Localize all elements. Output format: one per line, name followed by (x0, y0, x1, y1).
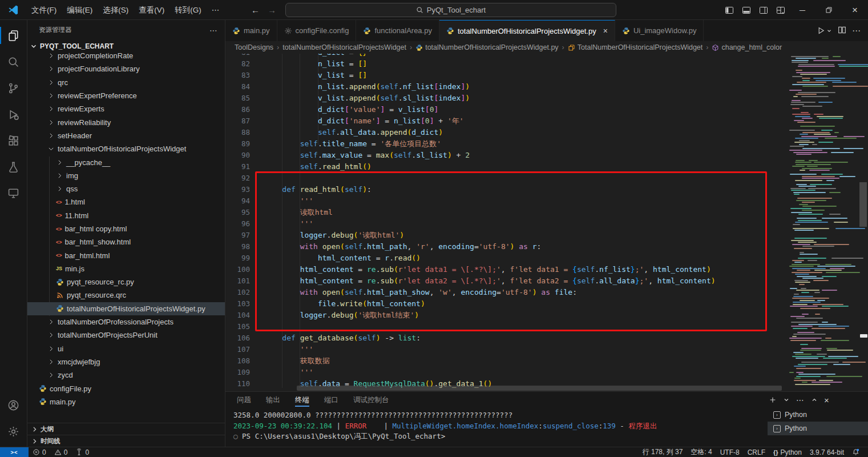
toggle-panel-icon[interactable] (738, 6, 755, 15)
activitybar-remote-explorer[interactable] (0, 180, 27, 206)
activitybar-settings[interactable] (0, 418, 27, 444)
breadcrumb-item[interactable]: ToolDesigns (235, 43, 273, 51)
panel-tab-调试控制台[interactable]: 调试控制台 (353, 392, 389, 407)
chevron-right-icon (31, 438, 38, 445)
tree-item[interactable]: <>bar_html_show.html (27, 235, 225, 248)
panel-tab-问题[interactable]: 问题 (237, 392, 251, 407)
tree-item[interactable]: ui (27, 342, 225, 355)
back-arrow-icon[interactable]: ← (251, 5, 260, 15)
tree-item[interactable]: pyqt_resource.qrc (27, 288, 225, 302)
tree-item[interactable]: qrc (27, 76, 225, 89)
run-python-button[interactable] (817, 26, 832, 35)
tab-configFile.config[interactable]: configFile.config (277, 20, 357, 41)
activitybar-testing[interactable] (0, 154, 27, 180)
tree-item[interactable]: totalNumberOfProfessionalProjects (27, 315, 225, 328)
tree-item[interactable]: zycd (27, 368, 225, 382)
close-window-button[interactable]: × (842, 0, 868, 20)
toggle-sidebar-icon[interactable] (721, 6, 738, 15)
split-editor-icon[interactable] (838, 26, 846, 36)
menu-3[interactable]: 查看(V) (134, 0, 169, 20)
tree-item[interactable]: totalNumberOfProjectsPerUnit (27, 328, 225, 342)
toggle-secondary-sidebar-icon[interactable] (755, 6, 772, 15)
tree-item[interactable]: reviewExpertPreference (27, 89, 225, 102)
tab-Ui_imageWidow.py[interactable]: Ui_imageWidow.py (615, 20, 704, 41)
minimize-button[interactable]: ─ (789, 0, 815, 20)
statusbar-warnings[interactable]: 0 (50, 447, 72, 457)
tree-item[interactable]: img (27, 169, 225, 182)
breadcrumb-item[interactable]: TotalNumberOfHistoricalProjectsWidget (568, 43, 703, 51)
tree-item[interactable]: __pycache__ (27, 155, 225, 169)
explorer-more-actions-icon[interactable]: ⋯ (209, 26, 218, 35)
breadcrumb-item[interactable]: change_html_color (712, 43, 782, 51)
menu-0[interactable]: 文件(F) (26, 0, 62, 20)
tree-item[interactable]: projectCompletionRate (27, 53, 225, 62)
activitybar-extensions[interactable] (0, 127, 27, 154)
menu-4[interactable]: 转到(G) (169, 0, 207, 20)
horizontal-scrollbar-thumb[interactable] (297, 386, 782, 391)
tree-item[interactable]: xmcjdwjefbjg (27, 355, 225, 368)
terminal-instance[interactable]: ›Python (768, 422, 868, 435)
restore-button[interactable] (815, 0, 842, 20)
statusbar-python-interpreter[interactable]: 3.9.7 64-bit (806, 447, 848, 457)
timeline-section[interactable]: 时间线 (27, 435, 225, 447)
panel-tab-输出[interactable]: 输出 (266, 392, 280, 407)
activitybar-explorer[interactable] (0, 22, 27, 49)
panel-tab-终端[interactable]: 终端 (295, 392, 309, 407)
terminal-instance[interactable]: ›Python (768, 408, 868, 422)
menu-1[interactable]: 编辑(E) (62, 0, 98, 20)
statusbar-ports[interactable]: 0 (71, 447, 93, 457)
activitybar-run-debug[interactable] (0, 101, 27, 127)
customize-layout-icon[interactable] (772, 6, 789, 15)
editor-more-actions-icon[interactable]: ⋯ (852, 26, 861, 36)
breadcrumb-item[interactable]: totalNumberOfHistoricalProjectsWidget.py (415, 43, 558, 51)
menu-overflow[interactable]: ⋯ (207, 0, 225, 20)
statusbar-notifications[interactable] (848, 447, 863, 457)
statusbar-eol[interactable]: CRLF (744, 447, 769, 457)
tab-main.py[interactable]: main.py (225, 20, 277, 41)
tree-item[interactable]: qss (27, 182, 225, 195)
maximize-panel-icon[interactable] (811, 396, 818, 403)
activitybar-source-control[interactable] (0, 75, 27, 101)
statusbar-errors[interactable]: 0 (29, 447, 50, 457)
tree-item[interactable]: totalNumberOfHistoricalProjectsWidget (27, 142, 225, 155)
tab-totalNumberOfHistoricalProjectsWidget.py[interactable]: totalNumberOfHistoricalProjectsWidget.py… (439, 20, 615, 41)
workspace-section-header[interactable]: PYQT_TOOL_ECHART (27, 40, 225, 53)
statusbar-language-mode[interactable]: {}Python (769, 447, 806, 457)
breadcrumb-item[interactable]: totalNumberOfHistoricalProjectsWidget (282, 43, 406, 51)
menu-2[interactable]: 选择(S) (98, 0, 134, 20)
tree-item[interactable]: reviewReliability (27, 115, 225, 129)
panel-more-actions-icon[interactable]: ⋯ (796, 395, 805, 404)
tree-item[interactable]: <>1.html (27, 195, 225, 209)
tree-item[interactable]: JSmin.js (27, 262, 225, 275)
tab-functionalArea.py[interactable]: functionalArea.py (356, 20, 439, 41)
tree-item[interactable]: setHeader (27, 129, 225, 142)
vertical-scrollbar-thumb[interactable] (859, 182, 867, 227)
statusbar-cursor-position[interactable]: 行 178, 列 37 (639, 447, 687, 457)
statusbar-encoding[interactable]: UTF-8 (716, 447, 744, 457)
minimap[interactable] (788, 54, 858, 391)
tree-item[interactable]: main.py (27, 395, 225, 408)
terminal-output[interactable]: 3258.0 200002800.0 ?????????????????????… (225, 408, 768, 447)
tree-item[interactable]: reviewExperts (27, 102, 225, 115)
tree-item[interactable]: pyqt_resource_rc.py (27, 275, 225, 288)
tree-item[interactable]: <>bar_html.html (27, 248, 225, 262)
command-center-search[interactable]: PyQt_Tool_echart (285, 3, 616, 17)
tree-item[interactable]: projectFoundationLibrary (27, 62, 225, 75)
tree-item[interactable]: <>11.html (27, 209, 225, 222)
outline-section[interactable]: 大纲 (27, 423, 225, 435)
panel-tab-端口[interactable]: 端口 (324, 392, 338, 407)
close-tab-icon[interactable]: × (603, 26, 608, 35)
tree-item[interactable]: totalNumberOfHistoricalProjectsWidget.py (27, 302, 225, 315)
forward-arrow-icon[interactable]: → (268, 5, 276, 15)
statusbar-remote-button[interactable]: >< (0, 447, 29, 457)
close-panel-icon[interactable]: × (824, 395, 829, 405)
activitybar-search[interactable] (0, 49, 27, 75)
vertical-scrollbar[interactable] (858, 54, 868, 391)
tree-item[interactable]: configFile.py (27, 382, 225, 395)
tree-item[interactable]: <>bar_html copy.html (27, 222, 225, 235)
activitybar-accounts[interactable] (0, 392, 27, 418)
new-terminal-icon[interactable] (769, 396, 777, 404)
statusbar-indentation[interactable]: 空格: 4 (687, 447, 716, 457)
terminal-dropdown-icon[interactable] (783, 396, 790, 403)
code-editor[interactable]: 81 d_dict = {}82 n_list = []83 v_list = … (225, 54, 868, 391)
